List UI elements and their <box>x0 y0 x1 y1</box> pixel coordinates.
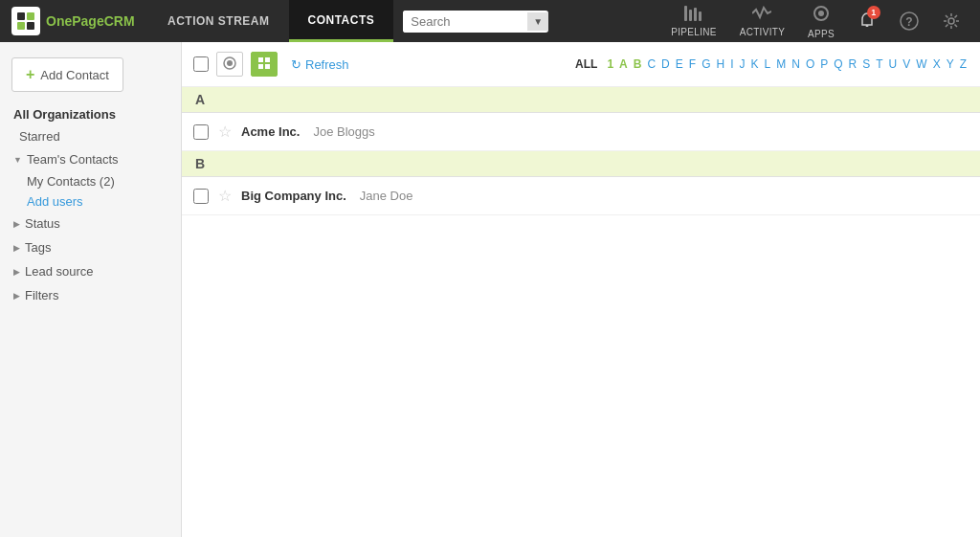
alpha-W[interactable]: W <box>914 56 928 72</box>
svg-rect-2 <box>27 12 34 20</box>
alpha-D[interactable]: D <box>659 56 672 72</box>
table-row[interactable]: ☆ Acme Inc. Joe Bloggs <box>182 113 980 151</box>
main-layout: + Add Contact All Organizations Starred … <box>0 42 980 537</box>
svg-rect-8 <box>699 11 702 21</box>
table-row[interactable]: ☆ Big Company Inc. Jane Doe <box>182 177 980 215</box>
apps-nav-btn[interactable]: APPS <box>798 0 844 43</box>
alpha-N[interactable]: N <box>790 56 802 72</box>
sidebar-item-tags[interactable]: ▶ Tags <box>0 235 181 259</box>
logo-area: OnePageCRM <box>0 0 148 42</box>
section-header-B: B <box>182 151 980 177</box>
content-area: ↻ Refresh ALL 1 A B C D E F G H I J K L … <box>182 42 980 537</box>
notification-btn[interactable]: 1 <box>848 8 886 34</box>
refresh-label: Refresh <box>305 57 349 72</box>
alpha-K[interactable]: K <box>749 56 761 72</box>
help-icon: ? <box>900 11 919 31</box>
svg-point-10 <box>818 11 824 16</box>
alpha-L[interactable]: L <box>763 56 773 72</box>
sidebar-item-status[interactable]: ▶ Status <box>0 212 181 235</box>
add-contact-button[interactable]: + Add Contact <box>11 57 123 92</box>
contact-company-bigcompany: Big Company Inc. <box>241 189 346 203</box>
contact-person-acme: Joe Bloggs <box>313 124 374 139</box>
alpha-Z[interactable]: Z <box>958 56 969 72</box>
toolbar: ↻ Refresh ALL 1 A B C D E F G H I J K L … <box>182 42 980 87</box>
grid-view-icon <box>257 56 271 70</box>
activity-nav-btn[interactable]: ACTIVITY <box>730 2 794 41</box>
tags-label: Tags <box>25 240 51 255</box>
alpha-I[interactable]: I <box>728 56 735 72</box>
nav-item-contacts[interactable]: CONTACTS <box>289 0 394 42</box>
chevron-down-icon: ▼ <box>13 155 22 165</box>
section-header-A: A <box>182 87 980 113</box>
svg-rect-1 <box>17 12 25 20</box>
chevron-right-icon-filters: ▶ <box>13 291 20 301</box>
alpha-J[interactable]: J <box>738 56 747 72</box>
alpha-O[interactable]: O <box>804 56 816 72</box>
alpha-S[interactable]: S <box>860 56 872 72</box>
settings-btn[interactable] <box>932 8 970 34</box>
activity-label: ACTIVITY <box>740 27 785 37</box>
svg-text:?: ? <box>905 15 913 29</box>
alpha-1[interactable]: 1 <box>605 56 615 72</box>
nav-items: ACTION STREAM CONTACTS ▼ <box>148 0 661 42</box>
alpha-U[interactable]: U <box>887 56 900 72</box>
select-all-checkbox[interactable] <box>193 56 209 72</box>
svg-rect-6 <box>689 10 692 21</box>
sidebar-item-add-users[interactable]: Add users <box>0 191 181 212</box>
logo-icon <box>11 7 40 35</box>
alpha-A[interactable]: A <box>617 56 630 72</box>
gear-icon <box>942 11 961 31</box>
alpha-R[interactable]: R <box>847 56 859 72</box>
alpha-G[interactable]: G <box>700 56 712 72</box>
sidebar-item-teams-contacts[interactable]: ▼ Team's Contacts <box>0 147 181 171</box>
alpha-F[interactable]: F <box>687 56 698 72</box>
alpha-X[interactable]: X <box>931 56 943 72</box>
alpha-Q[interactable]: Q <box>832 56 844 72</box>
pipeline-nav-btn[interactable]: PIPELINE <box>661 2 725 41</box>
search-input[interactable] <box>403 11 527 33</box>
notification-badge: 1 <box>867 6 880 19</box>
teams-contacts-label: Team's Contacts <box>27 152 119 167</box>
nav-right: PIPELINE ACTIVITY APPS 1 <box>661 0 980 43</box>
alpha-C[interactable]: C <box>645 56 657 72</box>
alpha-H[interactable]: H <box>714 56 726 72</box>
svg-rect-19 <box>258 64 263 69</box>
alpha-T[interactable]: T <box>874 56 884 72</box>
chevron-right-icon-tags: ▶ <box>13 243 20 253</box>
alpha-all[interactable]: ALL <box>575 57 597 71</box>
search-area: ▼ <box>403 11 548 33</box>
filters-label: Filters <box>25 288 58 302</box>
nav-item-action-stream[interactable]: ACTION STREAM <box>148 0 289 42</box>
star-icon-acme[interactable]: ☆ <box>218 123 232 141</box>
refresh-button[interactable]: ↻ Refresh <box>285 54 355 76</box>
help-btn[interactable]: ? <box>890 8 928 34</box>
contact-checkbox-bigcompany[interactable] <box>193 189 209 204</box>
sidebar-item-lead-source[interactable]: ▶ Lead source <box>0 259 181 283</box>
sidebar-item-filters[interactable]: ▶ Filters <box>0 283 181 307</box>
alpha-E[interactable]: E <box>674 56 685 72</box>
search-dropdown-btn[interactable]: ▼ <box>527 12 548 31</box>
alpha-B[interactable]: B <box>632 56 644 72</box>
sidebar-item-starred[interactable]: Starred <box>0 125 181 147</box>
star-icon-bigcompany[interactable]: ☆ <box>218 187 232 205</box>
contact-company-acme: Acme Inc. <box>241 124 300 139</box>
list-view-button[interactable] <box>216 52 243 77</box>
contact-person-bigcompany: Jane Doe <box>360 189 413 203</box>
alpha-V[interactable]: V <box>901 56 912 72</box>
svg-rect-3 <box>17 22 25 30</box>
sidebar-item-my-contacts[interactable]: My Contacts (2) <box>0 171 181 191</box>
alpha-Y[interactable]: Y <box>945 56 956 72</box>
logo-text: OnePageCRM <box>46 13 135 29</box>
svg-rect-11 <box>866 25 869 27</box>
contact-checkbox-acme[interactable] <box>193 124 209 140</box>
plus-icon: + <box>26 66 34 83</box>
alpha-M[interactable]: M <box>774 56 788 72</box>
chevron-right-icon-lead-source: ▶ <box>13 267 20 277</box>
refresh-icon: ↻ <box>291 57 301 72</box>
svg-point-14 <box>948 18 954 24</box>
svg-rect-7 <box>694 8 697 21</box>
sidebar: + Add Contact All Organizations Starred … <box>0 42 182 537</box>
alpha-P[interactable]: P <box>818 56 830 72</box>
sidebar-item-all-organizations[interactable]: All Organizations <box>0 103 181 125</box>
grid-view-button[interactable] <box>251 52 278 77</box>
